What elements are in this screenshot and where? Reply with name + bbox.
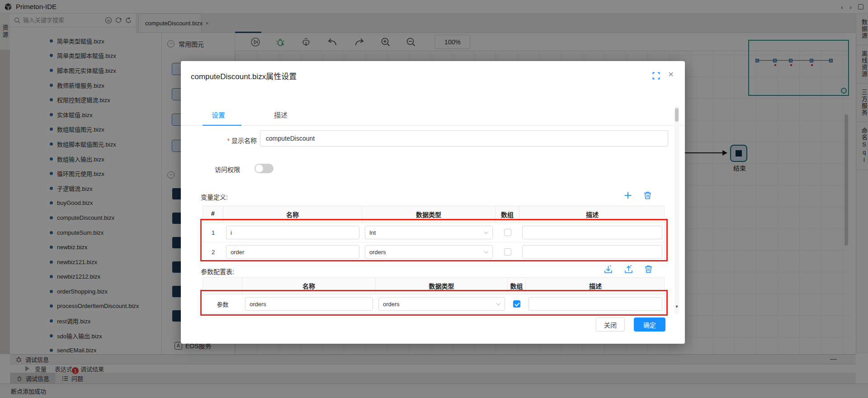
tab-settings[interactable]: 设置 [212,110,225,119]
tab-active-underline [203,125,241,126]
close-icon[interactable]: × [668,69,674,80]
chevron-down-icon [484,230,489,234]
parameter-table: 名称 数据类型 数组 描述 参数 orders [203,277,665,314]
array-checkbox[interactable] [504,229,511,236]
delete-variable-icon[interactable] [644,191,651,199]
close-button[interactable]: 关闭 [596,317,625,332]
dialog-scrollbar-thumb[interactable] [675,108,679,122]
app-window: Primeton-IDE ‹ › 资源 AI [0,0,868,398]
table-row: 1 Int [203,223,664,242]
dialog-scrollbar-track[interactable] [675,106,679,314]
array-checkbox-checked[interactable] [513,300,520,308]
variable-name-input[interactable] [226,245,359,259]
variable-desc-input[interactable] [522,245,662,259]
variable-table: # 名称 数据类型 数组 描述 1 Int 2 orders [203,206,665,262]
parameter-table-header: 名称 数据类型 数组 描述 [203,278,664,294]
access-permission-toggle[interactable] [255,164,274,173]
row-index: 参数 [203,294,242,313]
chevron-down-icon [496,301,501,306]
table-row: 参数 orders [203,294,664,313]
parameter-section-label: 参数配置表: [201,267,234,276]
confirm-button[interactable]: 确定 [634,317,665,332]
chevron-down-icon [484,249,489,254]
dialog-title: computeDiscount.bizx属性设置 [191,70,297,81]
properties-dialog: computeDiscount.bizx属性设置 × 设置 描述 *显示名称 访… [181,61,685,344]
display-name-label: *显示名称 [199,136,257,145]
parameter-desc-input[interactable] [528,297,662,311]
required-star: * [227,137,230,144]
variable-desc-input[interactable] [522,226,662,239]
fullscreen-icon[interactable] [652,72,660,80]
array-checkbox[interactable] [504,248,511,256]
display-name-input[interactable] [260,130,668,147]
tab-description[interactable]: 描述 [274,110,288,119]
variable-section-label: 变量定义: [201,192,228,201]
tab-divider [181,125,685,126]
row-index: 2 [203,242,223,261]
variable-name-input[interactable] [226,226,359,239]
scroll-down-arrow-icon[interactable]: ▼ [675,304,679,309]
export-icon[interactable] [624,265,633,274]
variable-table-header: # 名称 数据类型 数组 描述 [203,206,664,223]
parameter-type-select[interactable]: orders [378,297,505,311]
import-icon[interactable] [604,265,613,274]
variable-type-select[interactable]: orders [365,245,493,259]
variable-type-select[interactable]: Int [365,226,493,239]
access-permission-label: 访问权限 [215,165,240,174]
row-index: 1 [203,223,223,242]
table-row: 2 orders [203,242,664,261]
add-variable-icon[interactable] [624,191,632,199]
delete-parameter-icon[interactable] [645,265,652,273]
parameter-name-input[interactable] [245,297,373,311]
